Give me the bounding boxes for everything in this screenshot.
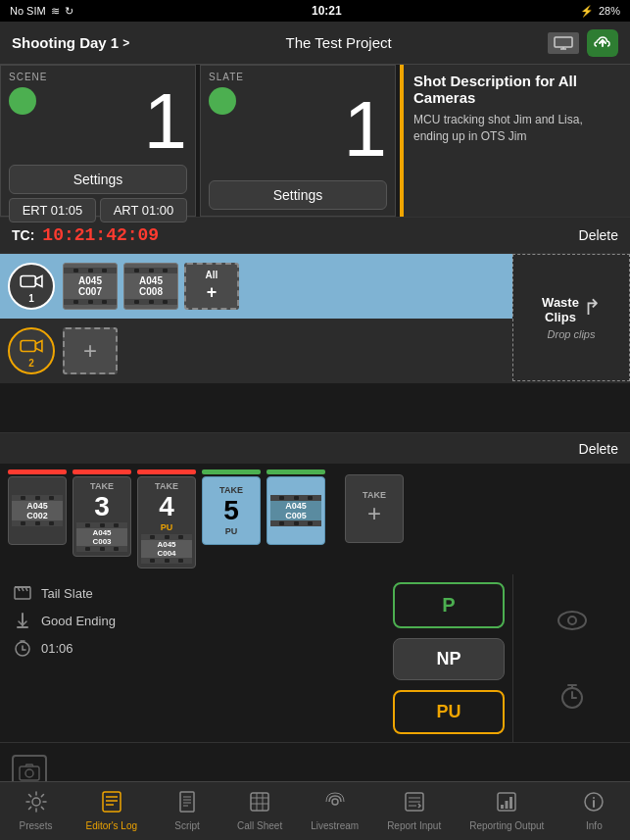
scene-indicator xyxy=(9,87,36,115)
scene-slate-area: SCENE 1 Settings ERT 01:05 ART 01:00 SLA… xyxy=(0,65,630,217)
slate-settings-button[interactable]: Settings xyxy=(209,180,387,210)
tail-slate-text: Tail Slate xyxy=(41,586,93,601)
monitor-icon[interactable] xyxy=(548,32,579,54)
camera-track-area: 1 A045C007 A045C008 All + ≡ xyxy=(0,254,630,432)
film-clip-1[interactable]: A045C007 xyxy=(63,263,118,310)
details-left: Tail Slate Good Ending 01:06 xyxy=(0,574,385,742)
all-label: All xyxy=(206,270,218,280)
timer-icon-button[interactable] xyxy=(548,671,597,720)
refresh-icon: ↻ xyxy=(65,5,73,18)
svg-point-37 xyxy=(332,799,338,805)
take4-indicator xyxy=(137,469,196,474)
tail-slate-icon xyxy=(12,582,33,604)
nav-item-report-input[interactable]: Report Input xyxy=(379,787,449,835)
good-ending-item: Good Ending xyxy=(12,610,373,631)
info-icon xyxy=(583,791,605,818)
report-input-label: Report Input xyxy=(387,820,441,831)
nav-item-info[interactable]: Info xyxy=(564,787,623,835)
nav-item-editors-log[interactable]: Editor's Log xyxy=(78,787,146,835)
slate-box: SLATE 1 Settings xyxy=(200,65,396,217)
take5-indicator xyxy=(202,469,261,474)
camera1-number: 1 xyxy=(28,293,34,304)
report-input-icon xyxy=(404,791,425,818)
livestream-icon xyxy=(324,791,346,818)
status-bar-right: ⚡ 28% xyxy=(580,5,620,18)
waste-clips-panel[interactable]: Waste Clips ↱ Drop clips xyxy=(512,254,630,381)
svg-rect-5 xyxy=(21,340,35,351)
camera2-number: 2 xyxy=(28,358,34,369)
script-label: Script xyxy=(174,820,200,831)
presets-icon xyxy=(25,791,47,818)
info-label: Info xyxy=(586,820,603,831)
svg-rect-3 xyxy=(21,275,35,286)
header-left[interactable]: Shooting Day 1 > xyxy=(12,34,129,51)
svg-point-22 xyxy=(32,798,40,806)
svg-point-21 xyxy=(25,769,33,777)
camera1-icon[interactable]: 1 xyxy=(8,263,55,310)
svg-marker-4 xyxy=(35,275,42,286)
script-icon xyxy=(176,791,198,818)
svg-rect-32 xyxy=(251,793,268,811)
waste-clips-label: Waste Clips xyxy=(542,295,579,324)
good-ending-text: Good Ending xyxy=(41,614,116,628)
takes-delete-button[interactable]: Delete xyxy=(579,441,618,457)
nav-item-script[interactable]: Script xyxy=(158,787,217,835)
take-buttons-area: P NP PU xyxy=(385,574,512,742)
take1-indicator xyxy=(8,469,67,474)
c005-box[interactable]: A045 C005 xyxy=(267,476,325,545)
svg-rect-27 xyxy=(180,792,194,812)
reporting-output-icon xyxy=(496,791,517,818)
add-all-clip-button[interactable]: All + xyxy=(184,263,239,310)
track-spacer xyxy=(0,383,630,432)
scene-box: SCENE 1 Settings ERT 01:05 ART 01:00 xyxy=(0,65,196,217)
svg-rect-23 xyxy=(103,792,121,812)
take3-number: 3 xyxy=(94,493,110,520)
shooting-day-label[interactable]: Shooting Day 1 xyxy=(12,34,119,51)
svg-marker-6 xyxy=(35,340,42,351)
nav-item-call-sheet[interactable]: Call Sheet xyxy=(229,787,290,835)
scene-settings-button[interactable]: Settings xyxy=(9,165,187,194)
take5-box[interactable]: TAKE 5 PU xyxy=(202,476,261,545)
take-item-1: A045 C002 xyxy=(8,469,67,545)
take3-box[interactable]: TAKE 3 A045 C003 xyxy=(73,476,131,557)
takes-area: A045 C002 TAKE 3 A045 C003 xyxy=(0,464,630,574)
nav-item-presets[interactable]: Presets xyxy=(7,787,66,835)
status-bar: No SIM ≋ ↻ 10:21 ⚡ 28% xyxy=(0,0,630,22)
nav-item-reporting-output[interactable]: Reporting Output xyxy=(461,787,552,835)
take1-box[interactable]: A045 C002 xyxy=(8,476,67,545)
p-button[interactable]: P xyxy=(393,582,505,628)
add-clip-cam2-button[interactable]: + xyxy=(63,327,118,374)
take4-box[interactable]: TAKE 4 PU A045 C004 xyxy=(137,476,196,568)
call-sheet-icon xyxy=(249,791,270,818)
reporting-output-label: Reporting Output xyxy=(469,820,544,831)
take-item-add: TAKE + xyxy=(345,469,404,543)
shot-text: MCU tracking shot Jim and Lisa, ending u… xyxy=(413,112,620,145)
ert-art-row: ERT 01:05 ART 01:00 xyxy=(9,198,187,222)
camera2-icon[interactable]: 2 xyxy=(8,327,55,374)
tc-delete-button[interactable]: Delete xyxy=(579,227,618,243)
tail-slate-item: Tail Slate xyxy=(12,582,373,604)
take5-sub: PU xyxy=(225,526,238,536)
drop-clips-label: Drop clips xyxy=(548,328,596,340)
editors-log-icon xyxy=(101,791,122,818)
pu-button[interactable]: PU xyxy=(393,690,505,734)
slate-label: SLATE xyxy=(209,72,387,82)
bluetooth-icon: ⚡ xyxy=(580,5,594,18)
svg-rect-43 xyxy=(501,805,504,809)
livestream-label: Livestream xyxy=(311,820,359,831)
film-clip-2[interactable]: A045C008 xyxy=(123,263,178,310)
battery-label: 28% xyxy=(599,5,620,17)
bottom-nav: Presets Editor's Log Script Call Sheet L… xyxy=(0,781,630,840)
c005-indicator xyxy=(267,469,325,474)
timer-value: 01:06 xyxy=(41,641,73,656)
svg-point-16 xyxy=(568,617,576,624)
take-add-box[interactable]: TAKE + xyxy=(345,474,404,543)
good-ending-icon xyxy=(12,610,33,631)
np-button[interactable]: NP xyxy=(393,638,505,680)
svg-point-15 xyxy=(558,612,586,629)
nav-item-livestream[interactable]: Livestream xyxy=(303,787,366,835)
take-item-5: TAKE 5 PU xyxy=(202,469,261,545)
cloud-upload-icon[interactable] xyxy=(587,29,618,57)
eye-icon-button[interactable] xyxy=(548,596,597,645)
svg-rect-44 xyxy=(506,801,509,809)
